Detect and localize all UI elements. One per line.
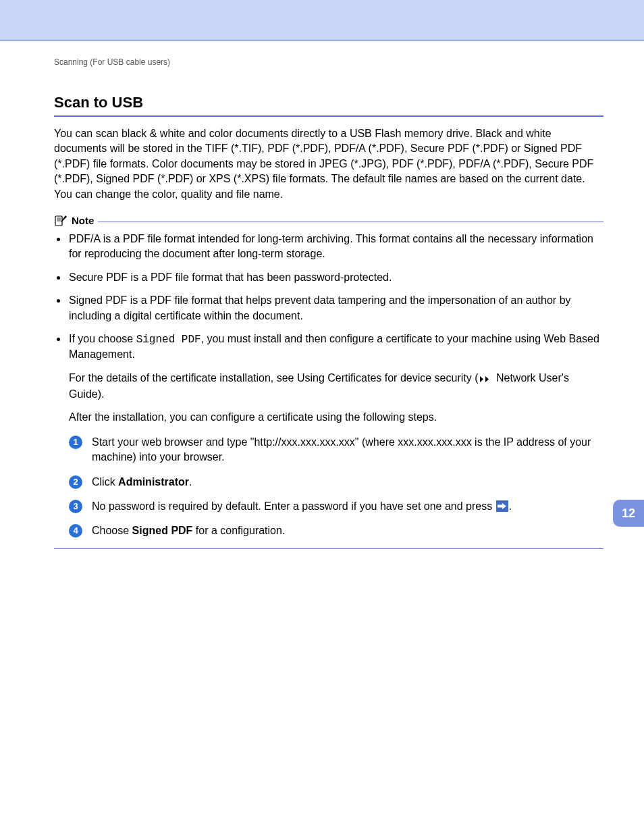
breadcrumb: Scanning (For USB cable users) [54, 57, 603, 67]
note-item: Signed PDF is a PDF file format that hel… [68, 293, 603, 323]
step-number-badge: 3 [69, 500, 82, 513]
note-sub-paragraph: For the details of the certificate insta… [69, 371, 603, 402]
intro-paragraph: You can scan black & white and color doc… [54, 126, 603, 202]
arrow-enter-icon [496, 500, 508, 512]
step-item: 3 No password is required by default. En… [69, 499, 603, 514]
mono-text: Signed PDF [136, 334, 201, 346]
step-number-badge: 4 [69, 524, 82, 538]
note-header-rule [98, 221, 603, 222]
page-content: Scanning (For USB cable users) Scan to U… [0, 41, 644, 579]
note-label: Note [72, 215, 94, 226]
note-item: If you choose Signed PDF, you must insta… [68, 332, 603, 539]
title-rule [54, 115, 603, 117]
note-header: Note [54, 214, 603, 228]
header-blue-bar [0, 0, 644, 41]
note-item: PDF/A is a PDF file format intended for … [68, 232, 603, 262]
xref-arrows-icon [479, 372, 491, 387]
step-item: 2 Click Administrator. [69, 475, 603, 490]
step-item: 4 Choose Signed PDF for a configuration. [69, 523, 603, 538]
section-title: Scan to USB [54, 94, 603, 111]
bold-text: Signed PDF [132, 525, 193, 536]
step-number-badge: 2 [69, 475, 82, 489]
svg-rect-4 [498, 505, 503, 508]
step-item: 1 Start your web browser and type "http:… [69, 435, 603, 465]
note-icon [54, 214, 68, 228]
note-item: Secure PDF is a PDF file format that has… [68, 270, 603, 285]
note-sub-paragraph: After the installation, you can configur… [69, 410, 603, 425]
step-number-badge: 1 [69, 436, 82, 449]
note-bottom-rule [54, 548, 603, 549]
note-block: Note PDF/A is a PDF file format intended… [54, 214, 603, 549]
bold-text: Administrator [118, 476, 189, 488]
note-list: PDF/A is a PDF file format intended for … [59, 232, 603, 539]
steps-list: 1 Start your web browser and type "http:… [69, 435, 603, 539]
chapter-tab: 12 [613, 500, 644, 527]
